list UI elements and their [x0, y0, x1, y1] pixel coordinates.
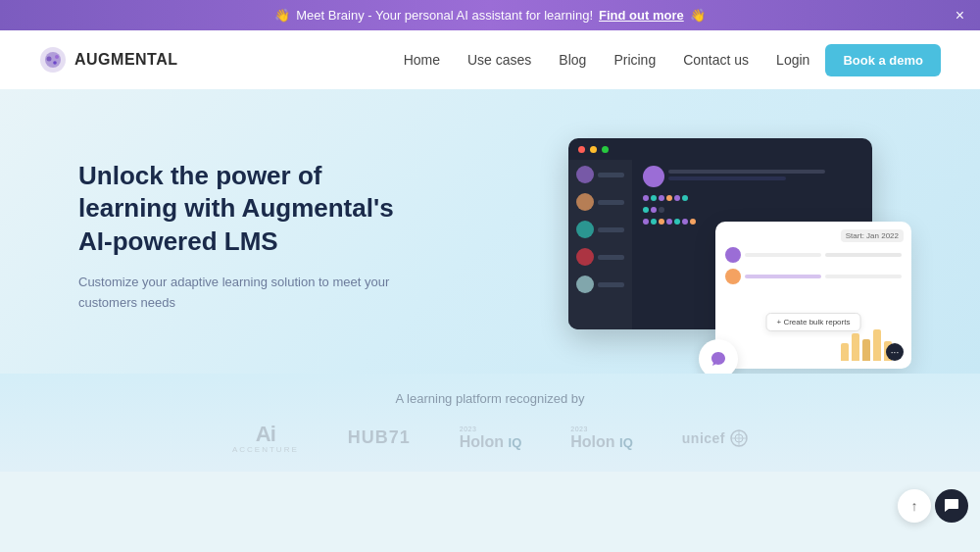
banner-text: Meet Brainy - Your personal AI assistant… [296, 8, 593, 23]
sidebar-user-5 [576, 276, 624, 293]
hero-subtitle: Customize your adaptive learning solutio… [78, 273, 412, 314]
dot-12 [659, 219, 664, 225]
dot-13 [666, 219, 672, 225]
dot-4 [666, 195, 672, 201]
dot-1 [643, 195, 649, 201]
avatar-2 [576, 193, 594, 211]
dot-14 [674, 219, 680, 225]
svg-point-4 [53, 61, 57, 65]
avatar-5 [576, 276, 594, 293]
dot-15 [682, 219, 688, 225]
partner-logos-row: Ai ACCENTURE HUB71 2023 Holon IQ 2023 Ho… [78, 422, 902, 454]
sidebar-line-3 [598, 227, 624, 232]
nav-contact[interactable]: Contact us [683, 51, 749, 69]
banner-emoji-right: 👋 [690, 8, 706, 23]
chat-widget-button[interactable] [935, 489, 968, 523]
minimize-dot [590, 146, 597, 153]
partner-logo-holon1: 2023 Holon IQ [460, 426, 522, 451]
hero-image: Start: Jan 2022 + Create bulk reports [412, 119, 902, 354]
card-avatar-2 [725, 269, 741, 284]
banner-link[interactable]: Find out more [599, 8, 684, 23]
hero-text: Unlock the power of learning with Augmen… [78, 160, 412, 314]
dot-5 [674, 195, 680, 201]
nav-home[interactable]: Home [404, 51, 440, 69]
partner-logo-holon2: 2023 Holon IQ [570, 426, 633, 451]
dashboard-card-overlay: Start: Jan 2022 + Create bulk reports [715, 222, 911, 369]
more-button[interactable]: ··· [886, 343, 904, 361]
scroll-top-button[interactable]: ↑ [898, 489, 931, 523]
expand-dot [602, 146, 609, 153]
logo[interactable]: AUGMENTAL [39, 46, 178, 74]
dot-10 [643, 219, 649, 225]
date-start-tag: Start: Jan 2022 [841, 229, 904, 242]
bar-3 [862, 339, 870, 361]
sidebar-line-4 [598, 255, 624, 260]
banner-close-button[interactable]: × [956, 7, 964, 25]
window-controls [568, 138, 872, 157]
avatar-1 [576, 166, 594, 183]
partner-logo-ai: Ai ACCENTURE [232, 422, 299, 454]
chat-bubble [699, 339, 738, 374]
logo-text: AUGMENTAL [74, 51, 178, 69]
announcement-banner: 👋 Meet Brainy - Your personal AI assista… [0, 0, 980, 30]
avatar-4 [576, 248, 594, 266]
card-avatar-1 [725, 247, 741, 263]
card-line-4 [825, 275, 902, 278]
login-button[interactable]: Login [776, 52, 809, 68]
title-line-1 [668, 170, 825, 174]
hero-section: Unlock the power of learning with Augmen… [0, 89, 980, 374]
recognized-section: A learning platform recognized by Ai ACC… [0, 374, 980, 472]
close-dot [578, 146, 585, 153]
bar-1 [841, 343, 849, 361]
sidebar-user-4 [576, 248, 624, 266]
card-line-2 [825, 253, 902, 257]
bar-2 [852, 333, 859, 361]
sidebar-user-1 [576, 166, 624, 183]
dot-7 [643, 207, 649, 213]
bar-4 [873, 329, 881, 361]
dashboard-sidebar [568, 160, 632, 329]
content-avatar [643, 166, 664, 187]
sidebar-line-1 [598, 173, 624, 177]
nav-pricing[interactable]: Pricing [613, 51, 656, 69]
content-title-lines [668, 170, 864, 183]
svg-point-2 [47, 57, 52, 62]
nav-links: Home Use cases Blog Pricing Contact us [404, 51, 749, 69]
unicef-icon [730, 429, 748, 447]
card-line-1 [745, 253, 821, 257]
dot-11 [651, 219, 657, 225]
navbar: AUGMENTAL Home Use cases Blog Pricing Co… [0, 30, 980, 89]
logo-icon [39, 46, 67, 74]
sidebar-line-2 [598, 200, 624, 205]
content-header [643, 166, 864, 187]
dot-2 [651, 195, 657, 201]
chat-icon [710, 350, 727, 368]
sidebar-user-2 [576, 193, 624, 211]
nav-right: Login Book a demo [776, 44, 941, 76]
sidebar-user-3 [576, 221, 624, 238]
chat-widget-icon [943, 497, 960, 515]
dot-8 [651, 207, 657, 213]
dot-9 [659, 207, 664, 213]
dot-16 [690, 219, 696, 225]
chart-bars [841, 326, 892, 361]
book-demo-button[interactable]: Book a demo [825, 44, 941, 76]
nav-blog[interactable]: Blog [559, 51, 586, 69]
dot-3 [659, 195, 664, 201]
progress-dots-row-1 [643, 195, 864, 201]
svg-point-3 [55, 55, 59, 59]
hero-title: Unlock the power of learning with Augmen… [78, 160, 412, 259]
card-row-1 [725, 247, 902, 263]
card-line-3 [745, 275, 821, 278]
banner-emoji-left: 👋 [274, 8, 290, 23]
partner-logo-unicef: unicef [682, 429, 748, 447]
dot-6 [682, 195, 688, 201]
nav-use-cases[interactable]: Use cases [467, 51, 531, 69]
avatar-3 [576, 221, 594, 238]
title-line-2 [668, 176, 786, 180]
progress-dots-row-2 [643, 207, 864, 213]
card-row-2 [725, 269, 902, 284]
partner-logo-hub71: HUB71 [348, 427, 411, 448]
recognized-title: A learning platform recognized by [78, 391, 902, 406]
dashboard-mockup: Start: Jan 2022 + Create bulk reports [568, 138, 902, 354]
